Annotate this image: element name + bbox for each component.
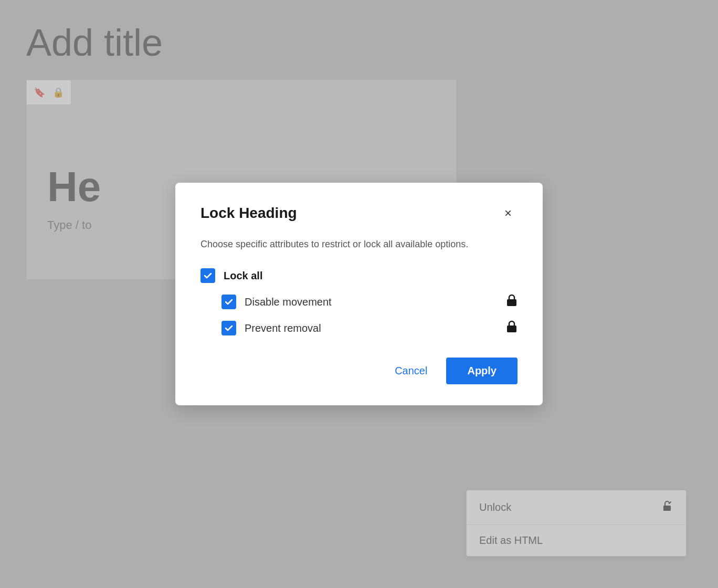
lock-heading-modal: Lock Heading × Choose specific attribute… (175, 183, 543, 405)
modal-header: Lock Heading × (200, 204, 518, 223)
prevent-removal-checkbox[interactable] (221, 321, 236, 335)
disable-movement-lock-icon (506, 293, 518, 310)
modal-title: Lock Heading (200, 205, 297, 222)
modal-overlay: Lock Heading × Choose specific attribute… (0, 0, 718, 588)
modal-description: Choose specific attributes to restrict o… (200, 237, 518, 251)
prevent-removal-label: Prevent removal (245, 322, 321, 334)
disable-movement-row: Disable movement (221, 293, 518, 310)
close-button[interactable]: × (499, 204, 518, 223)
lock-all-label: Lock all (224, 270, 262, 282)
prevent-removal-row: Prevent removal (221, 320, 518, 337)
svg-rect-2 (507, 299, 516, 306)
disable-movement-checkbox[interactable] (221, 295, 236, 309)
apply-button[interactable]: Apply (446, 358, 518, 384)
cancel-button[interactable]: Cancel (386, 359, 436, 383)
sub-options: Disable movement Prev (200, 293, 518, 337)
lock-all-row: Lock all (200, 268, 518, 283)
svg-rect-3 (507, 326, 516, 332)
modal-footer: Cancel Apply (200, 358, 518, 384)
prevent-removal-lock-icon (506, 320, 518, 337)
lock-all-checkbox[interactable] (200, 268, 215, 283)
disable-movement-label: Disable movement (245, 296, 332, 308)
